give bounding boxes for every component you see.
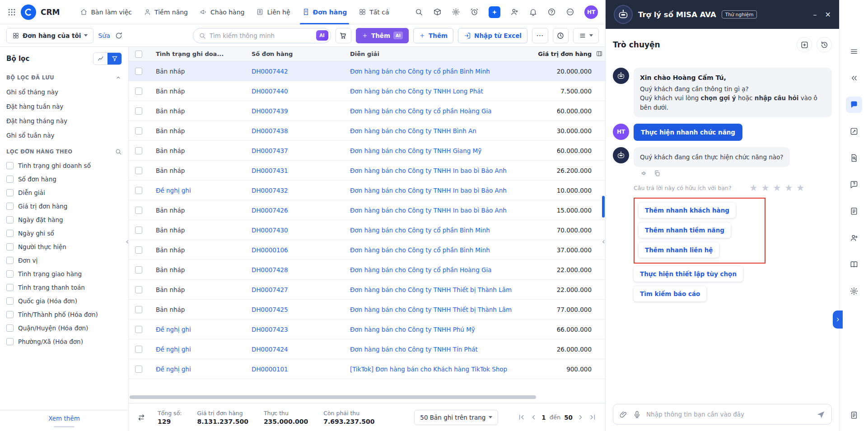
more-options-icon[interactable]: [566, 8, 574, 16]
saved-filter-2[interactable]: Đặt hàng tháng này: [0, 114, 128, 128]
order-number-link[interactable]: DH0007428: [244, 266, 343, 273]
order-number-link[interactable]: DH0007431: [244, 167, 343, 174]
row-checkbox[interactable]: [129, 326, 149, 333]
order-number-link[interactable]: DH0000101: [244, 366, 343, 373]
order-description-link[interactable]: Đơn hàng bán cho Công ty TNHH Long Phát: [343, 88, 537, 95]
layout-options-button[interactable]: [573, 28, 599, 43]
order-number-link[interactable]: DH0007427: [244, 286, 343, 293]
product-catalog-icon[interactable]: [433, 8, 442, 16]
suggestion-1[interactable]: Tìm kiếm báo cáo: [634, 286, 706, 301]
star-icon[interactable]: ★: [750, 183, 758, 192]
last-page-button[interactable]: [588, 413, 597, 422]
order-description-link[interactable]: Đơn hàng bán cho Công ty TNHH In bao bì …: [343, 207, 537, 214]
copy-icon[interactable]: [653, 170, 661, 177]
rail-compose-icon[interactable]: [846, 123, 862, 139]
horizontal-scrollbar[interactable]: [130, 395, 536, 399]
smart-search[interactable]: AI: [193, 28, 331, 43]
order-number-link[interactable]: DH0007440: [244, 88, 343, 95]
table-row[interactable]: Đề nghị ghiDH0007424Đơn hàng bán cho Côn…: [129, 339, 605, 359]
order-number-link[interactable]: DH0007425: [244, 306, 343, 313]
prev-page-button[interactable]: [529, 413, 538, 422]
settings-gear-icon[interactable]: [452, 8, 460, 16]
order-number-link[interactable]: DH0007426: [244, 207, 343, 214]
order-description-link[interactable]: Đơn hàng bán cho Công ty cổ phần Bình Mi…: [343, 227, 537, 234]
order-description-link[interactable]: Đơn hàng bán cho Công ty TNHH Phú Mỹ: [343, 326, 537, 333]
nav-item-3[interactable]: Liên hệ: [250, 0, 296, 24]
close-button[interactable]: ✕: [825, 10, 831, 19]
summary-icon[interactable]: [137, 413, 146, 422]
order-description-link[interactable]: Đơn hàng bán cho Công ty cổ phần Bình Mi…: [343, 68, 537, 75]
rail-chat-help-icon[interactable]: [846, 176, 862, 193]
more-actions-button[interactable]: ⋯: [532, 28, 548, 43]
col-status[interactable]: Tình trạng ghi doa...: [149, 51, 244, 57]
order-number-link[interactable]: DH0007424: [244, 346, 343, 353]
table-row[interactable]: Bản nhápDH0007431Đơn hàng bán cho Công t…: [129, 161, 605, 181]
star-rating[interactable]: ★★★★★: [750, 183, 805, 192]
rail-audit-button[interactable]: [849, 411, 859, 421]
row-checkbox[interactable]: [129, 306, 149, 313]
filter-toggle[interactable]: [107, 53, 121, 65]
checkbox[interactable]: [6, 284, 14, 291]
order-description-link[interactable]: Đơn hàng bán cho Công ty TNHH In bao bì …: [343, 167, 537, 174]
row-checkbox[interactable]: [129, 107, 149, 115]
table-row[interactable]: Bản nhápDH0007426Đơn hàng bán cho Công t…: [129, 200, 605, 220]
attach-icon[interactable]: [619, 410, 628, 419]
first-page-button[interactable]: [517, 413, 526, 422]
table-row[interactable]: Đề nghị ghiDH0007423Đơn hàng bán cho Côn…: [129, 320, 605, 339]
checkbox[interactable]: [6, 203, 14, 210]
star-icon[interactable]: ★: [784, 183, 793, 192]
order-description-link[interactable]: Đơn hàng bán cho Công ty TNHH Giang Mỹ: [343, 147, 537, 154]
order-number-link[interactable]: DH0007438: [244, 127, 343, 134]
search-icon[interactable]: [115, 148, 122, 155]
nav-item-1[interactable]: Tiềm năng: [138, 0, 194, 24]
checkbox[interactable]: [6, 311, 14, 318]
collapse-tab[interactable]: [833, 311, 843, 329]
vertical-scrollbar[interactable]: [602, 196, 605, 218]
checkbox[interactable]: [6, 324, 14, 332]
row-checkbox[interactable]: [129, 346, 149, 353]
next-page-button[interactable]: [576, 413, 585, 422]
select-all-checkbox[interactable]: [129, 51, 149, 58]
rail-collapse-icon[interactable]: [846, 70, 862, 86]
view-selector[interactable]: Đơn hàng của tôi: [6, 28, 93, 43]
order-description-link[interactable]: Đơn hàng bán cho Công ty TNHH In bao bì …: [343, 187, 537, 194]
rail-book-icon[interactable]: [846, 256, 862, 273]
notification-bell-icon[interactable]: [529, 8, 537, 16]
user-quick-action[interactable]: Thực hiện nhanh chức năng: [634, 124, 742, 141]
filter-field-1[interactable]: Số đơn hàng: [0, 172, 128, 186]
row-checkbox[interactable]: [129, 88, 149, 95]
checkbox[interactable]: [6, 230, 14, 237]
help-icon[interactable]: [547, 8, 556, 16]
mic-icon[interactable]: [633, 410, 641, 419]
filter-field-0[interactable]: Tình trạng ghi doanh số: [0, 159, 128, 172]
panel-collapse-handle[interactable]: ‹: [602, 237, 605, 246]
search-input[interactable]: [210, 32, 313, 39]
history-button[interactable]: [553, 28, 569, 43]
filter-field-9[interactable]: Tình trạng thanh toán: [0, 281, 128, 294]
order-number-link[interactable]: DH0000106: [244, 246, 343, 254]
order-number-link[interactable]: DH0007430: [244, 227, 343, 234]
checkbox[interactable]: [6, 338, 14, 345]
order-description-link[interactable]: Đơn hàng bán cho Công ty TNHH Thiết bị T…: [343, 306, 537, 313]
order-number-link[interactable]: DH0007442: [244, 68, 343, 75]
add-button[interactable]: Thêm: [413, 28, 453, 43]
star-icon[interactable]: ★: [761, 183, 770, 192]
filter-field-10[interactable]: Quốc gia (Hóa đơn): [0, 294, 128, 308]
checkbox[interactable]: [6, 176, 14, 183]
row-checkbox[interactable]: [129, 366, 149, 373]
send-icon[interactable]: [816, 410, 826, 419]
table-row[interactable]: Đề nghị ghiDH0007432Đơn hàng bán cho Côn…: [129, 181, 605, 200]
rail-menu-icon[interactable]: [846, 43, 862, 60]
checkbox[interactable]: [6, 243, 14, 250]
row-checkbox[interactable]: [129, 68, 149, 75]
suggestion-highlighted-1[interactable]: Thêm nhanh tiềm năng: [639, 222, 731, 238]
checkbox[interactable]: [6, 257, 14, 264]
import-excel-button[interactable]: Nhập từ Excel: [458, 28, 527, 43]
table-row[interactable]: Bản nhápDH0007428Đơn hàng bán cho Công t…: [129, 260, 605, 280]
order-description-link[interactable]: Đơn hàng bán cho Công ty TNHH Tín Phát: [343, 346, 537, 353]
filter-field-4[interactable]: Ngày đặt hàng: [0, 213, 128, 227]
row-checkbox[interactable]: [129, 167, 149, 174]
saved-filter-0[interactable]: Ghi sổ tháng này: [0, 85, 128, 99]
minimize-button[interactable]: –: [813, 10, 817, 19]
chat-history-button[interactable]: [817, 37, 832, 52]
